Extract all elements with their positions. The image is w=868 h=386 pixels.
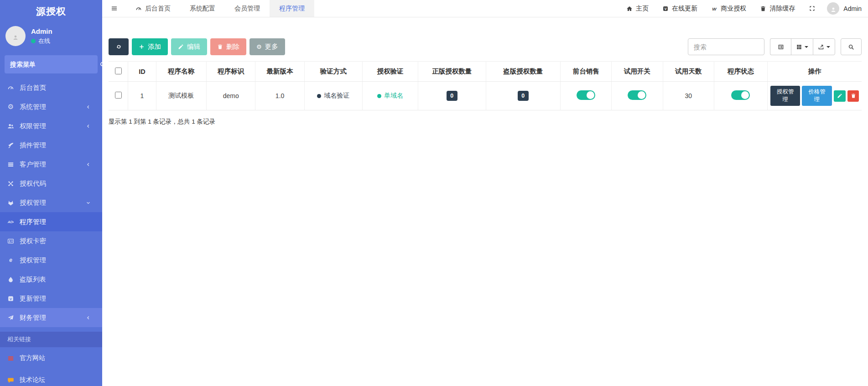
sidebar-item-programs[interactable]: AD程序管理: [0, 212, 102, 231]
sidebar-item-dashboard[interactable]: 后台首页: [0, 78, 102, 97]
edit-button[interactable]: 编辑: [171, 38, 207, 55]
online-dot-icon: [31, 39, 36, 43]
person-icon: [830, 5, 837, 13]
dark-dot-icon: [317, 94, 321, 98]
sidebar-item-auth-manage-2[interactable]: e授权管理: [0, 250, 102, 270]
topbar-avatar[interactable]: [827, 2, 839, 15]
programs-table: ID 程序名称 程序标识 最新版本 验证方式 授权验证 正版授权数量 盗版授权数…: [109, 61, 862, 110]
dashboard-icon: [135, 5, 142, 12]
col-front-sale: 前台销售: [561, 62, 612, 82]
table-search-input[interactable]: [688, 38, 764, 55]
vimeo-icon: V: [662, 5, 669, 12]
gear-icon: ⚙: [256, 44, 262, 50]
sidebar-item-system[interactable]: ⚙系统管理: [0, 97, 102, 116]
sidebar-menu: 后台首页 ⚙系统管理 权限管理 插件管理 客户管理 授权代码 授权管理 AD程序…: [0, 78, 102, 327]
ad-badge-icon: AD: [7, 219, 15, 225]
teal-dot-icon: [377, 94, 381, 98]
auth-manage-button[interactable]: 授权管理: [770, 86, 800, 106]
network-icon: [7, 180, 15, 187]
fullscreen-icon[interactable]: [802, 5, 822, 12]
export-icon: [818, 44, 824, 50]
program-status-toggle[interactable]: [731, 90, 750, 100]
clear-cache-button[interactable]: 清除缓存: [753, 0, 802, 17]
sidebar-item-auth-cards[interactable]: 授权卡密: [0, 231, 102, 250]
cell-program-status: [714, 82, 767, 110]
row-delete-button[interactable]: [847, 90, 859, 102]
select-all-checkbox[interactable]: [115, 68, 122, 74]
home-button[interactable]: 主页: [619, 0, 655, 17]
front-sale-toggle[interactable]: [577, 90, 595, 100]
refresh-icon: [116, 44, 122, 50]
cell-program-name: 测试模板: [156, 82, 207, 110]
col-genuine-count: 正版授权数量: [418, 62, 486, 82]
home-icon: [626, 5, 633, 12]
sidebar-item-customers[interactable]: 客户管理: [0, 155, 102, 174]
hamburger-menu-icon[interactable]: [102, 0, 126, 17]
search-icon: [848, 44, 854, 50]
detail-view-button[interactable]: [770, 38, 791, 55]
col-program-status: 程序状态: [714, 62, 767, 82]
brand-title: 源授权: [0, 0, 102, 21]
dashboard-icon: [7, 84, 15, 91]
sidebar: 源授权 Admin 在线 后台首页 ⚙系统管理 权限管理 插件管理 客户管理 授…: [0, 0, 102, 386]
id-card-icon: [7, 238, 15, 245]
commercial-license-button[interactable]: W商业授权: [704, 0, 753, 17]
more-button[interactable]: ⚙更多: [249, 38, 285, 55]
sidebar-item-pirated-list[interactable]: 盗版列表: [0, 270, 102, 289]
svg-text:e: e: [9, 257, 12, 263]
avatar[interactable]: [5, 26, 26, 46]
sidebar-link-official-site[interactable]: 官方网站: [0, 347, 102, 369]
row-checkbox[interactable]: [115, 92, 122, 99]
sidebar-item-updates[interactable]: V更新管理: [0, 289, 102, 308]
chevron-left-icon: [85, 315, 91, 320]
chevron-down-icon: [85, 200, 91, 205]
col-program-name: 程序名称: [156, 62, 207, 82]
sidebar-item-permissions[interactable]: 权限管理: [0, 116, 102, 136]
user-panel: Admin 在线: [0, 21, 102, 52]
col-pirated-count: 盗版授权数量: [486, 62, 560, 82]
pencil-icon: [837, 93, 842, 99]
delete-button[interactable]: 删除: [210, 38, 246, 55]
tab-system-config[interactable]: 系统配置: [180, 0, 225, 17]
table-row: 1 测试模板 demo 1.0 域名验证 单域名 0 0 30: [109, 82, 862, 110]
export-button[interactable]: [813, 38, 835, 55]
sidebar-item-auth-manage[interactable]: 授权管理: [0, 193, 102, 212]
trial-switch-toggle[interactable]: [628, 90, 646, 100]
row-edit-button[interactable]: [834, 90, 846, 102]
price-manage-button[interactable]: 价格管理: [802, 86, 832, 106]
sidebar-item-finance[interactable]: 财务管理: [0, 308, 102, 327]
search-toggle-button[interactable]: [841, 38, 862, 55]
col-trial-days: 试用天数: [663, 62, 714, 82]
plus-icon: [139, 44, 145, 50]
cell-front-sale: [561, 82, 612, 110]
columns-button[interactable]: [791, 38, 813, 55]
sidebar-search: [5, 55, 98, 73]
trash-icon: [851, 93, 856, 99]
col-auth-verify: 授权验证: [362, 62, 418, 82]
sidebar-search-input[interactable]: [10, 61, 99, 68]
add-button[interactable]: 添加: [132, 38, 168, 55]
sidebar-link-tech-forum[interactable]: 技术论坛: [0, 369, 102, 386]
cell-trial-days: 30: [663, 82, 714, 110]
col-latest-version: 最新版本: [255, 62, 304, 82]
user-status: 在线: [31, 37, 52, 45]
online-update-button[interactable]: V在线更新: [655, 0, 704, 17]
trash-icon: [217, 44, 223, 50]
gitlab-icon: [7, 199, 15, 206]
caret-down-icon: [826, 46, 830, 48]
drop-icon: [7, 276, 15, 283]
search-icon[interactable]: [99, 61, 106, 68]
tab-programs[interactable]: 程序管理: [270, 0, 314, 17]
sidebar-section-label: 相关链接: [0, 332, 102, 347]
topbar-user-label[interactable]: Admin: [843, 5, 862, 12]
refresh-button[interactable]: [109, 38, 129, 55]
tab-dashboard[interactable]: 后台首页: [126, 0, 180, 17]
sidebar-item-plugins[interactable]: 插件管理: [0, 136, 102, 155]
tab-members[interactable]: 会员管理: [225, 0, 270, 17]
topbar-tabs: 后台首页 系统配置 会员管理 程序管理: [126, 0, 314, 17]
sidebar-item-auth-code[interactable]: 授权代码: [0, 174, 102, 193]
list-alt-icon: [778, 44, 784, 50]
gears-icon: ⚙: [7, 104, 15, 110]
cell-pirated-count: 0: [486, 82, 560, 110]
table-header-row: ID 程序名称 程序标识 最新版本 验证方式 授权验证 正版授权数量 盗版授权数…: [109, 62, 862, 82]
